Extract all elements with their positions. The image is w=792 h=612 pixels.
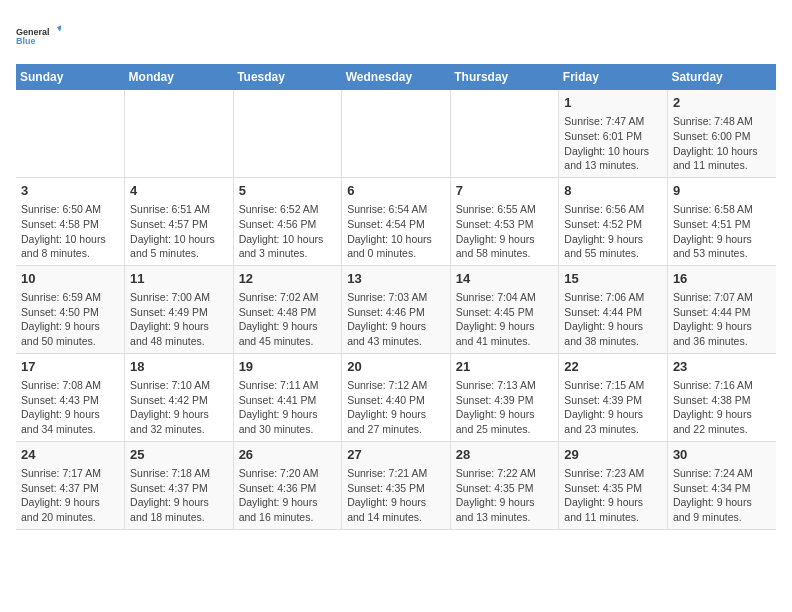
day-number: 12 xyxy=(239,270,337,288)
day-info: Sunrise: 7:16 AMSunset: 4:38 PMDaylight:… xyxy=(673,378,771,437)
day-info: Sunrise: 6:59 AMSunset: 4:50 PMDaylight:… xyxy=(21,290,119,349)
day-info: Sunrise: 6:55 AMSunset: 4:53 PMDaylight:… xyxy=(456,202,554,261)
day-number: 28 xyxy=(456,446,554,464)
calendar-cell: 6Sunrise: 6:54 AMSunset: 4:54 PMDaylight… xyxy=(342,177,451,265)
calendar-cell: 27Sunrise: 7:21 AMSunset: 4:35 PMDayligh… xyxy=(342,441,451,529)
day-number: 24 xyxy=(21,446,119,464)
day-number: 13 xyxy=(347,270,445,288)
calendar-cell xyxy=(450,90,559,177)
calendar-cell xyxy=(233,90,342,177)
day-info: Sunrise: 6:51 AMSunset: 4:57 PMDaylight:… xyxy=(130,202,228,261)
day-info: Sunrise: 7:22 AMSunset: 4:35 PMDaylight:… xyxy=(456,466,554,525)
calendar-cell: 18Sunrise: 7:10 AMSunset: 4:42 PMDayligh… xyxy=(125,353,234,441)
calendar-cell: 16Sunrise: 7:07 AMSunset: 4:44 PMDayligh… xyxy=(667,265,776,353)
day-number: 20 xyxy=(347,358,445,376)
calendar-cell: 2Sunrise: 7:48 AMSunset: 6:00 PMDaylight… xyxy=(667,90,776,177)
day-info: Sunrise: 7:21 AMSunset: 4:35 PMDaylight:… xyxy=(347,466,445,525)
calendar-week-row: 17Sunrise: 7:08 AMSunset: 4:43 PMDayligh… xyxy=(16,353,776,441)
column-header-monday: Monday xyxy=(125,64,234,90)
day-info: Sunrise: 7:07 AMSunset: 4:44 PMDaylight:… xyxy=(673,290,771,349)
day-info: Sunrise: 7:15 AMSunset: 4:39 PMDaylight:… xyxy=(564,378,662,437)
day-info: Sunrise: 6:56 AMSunset: 4:52 PMDaylight:… xyxy=(564,202,662,261)
svg-text:Blue: Blue xyxy=(16,36,36,46)
column-header-tuesday: Tuesday xyxy=(233,64,342,90)
calendar-cell: 26Sunrise: 7:20 AMSunset: 4:36 PMDayligh… xyxy=(233,441,342,529)
calendar-cell: 9Sunrise: 6:58 AMSunset: 4:51 PMDaylight… xyxy=(667,177,776,265)
calendar-header-row: SundayMondayTuesdayWednesdayThursdayFrid… xyxy=(16,64,776,90)
day-number: 27 xyxy=(347,446,445,464)
day-number: 16 xyxy=(673,270,771,288)
calendar-cell: 12Sunrise: 7:02 AMSunset: 4:48 PMDayligh… xyxy=(233,265,342,353)
day-number: 23 xyxy=(673,358,771,376)
day-number: 25 xyxy=(130,446,228,464)
column-header-friday: Friday xyxy=(559,64,668,90)
day-info: Sunrise: 7:18 AMSunset: 4:37 PMDaylight:… xyxy=(130,466,228,525)
calendar-week-row: 24Sunrise: 7:17 AMSunset: 4:37 PMDayligh… xyxy=(16,441,776,529)
day-number: 30 xyxy=(673,446,771,464)
day-number: 15 xyxy=(564,270,662,288)
day-number: 9 xyxy=(673,182,771,200)
day-number: 2 xyxy=(673,94,771,112)
calendar-cell: 13Sunrise: 7:03 AMSunset: 4:46 PMDayligh… xyxy=(342,265,451,353)
calendar-cell: 14Sunrise: 7:04 AMSunset: 4:45 PMDayligh… xyxy=(450,265,559,353)
day-info: Sunrise: 7:00 AMSunset: 4:49 PMDaylight:… xyxy=(130,290,228,349)
day-info: Sunrise: 7:10 AMSunset: 4:42 PMDaylight:… xyxy=(130,378,228,437)
page-header: General Blue xyxy=(16,16,776,56)
calendar-cell: 4Sunrise: 6:51 AMSunset: 4:57 PMDaylight… xyxy=(125,177,234,265)
day-info: Sunrise: 6:50 AMSunset: 4:58 PMDaylight:… xyxy=(21,202,119,261)
column-header-sunday: Sunday xyxy=(16,64,125,90)
day-info: Sunrise: 7:17 AMSunset: 4:37 PMDaylight:… xyxy=(21,466,119,525)
day-info: Sunrise: 7:20 AMSunset: 4:36 PMDaylight:… xyxy=(239,466,337,525)
day-info: Sunrise: 7:23 AMSunset: 4:35 PMDaylight:… xyxy=(564,466,662,525)
day-number: 1 xyxy=(564,94,662,112)
column-header-wednesday: Wednesday xyxy=(342,64,451,90)
calendar-cell: 30Sunrise: 7:24 AMSunset: 4:34 PMDayligh… xyxy=(667,441,776,529)
day-info: Sunrise: 7:06 AMSunset: 4:44 PMDaylight:… xyxy=(564,290,662,349)
day-number: 26 xyxy=(239,446,337,464)
svg-marker-2 xyxy=(57,25,61,32)
day-number: 7 xyxy=(456,182,554,200)
day-number: 4 xyxy=(130,182,228,200)
calendar-cell: 7Sunrise: 6:55 AMSunset: 4:53 PMDaylight… xyxy=(450,177,559,265)
calendar-cell: 10Sunrise: 6:59 AMSunset: 4:50 PMDayligh… xyxy=(16,265,125,353)
day-info: Sunrise: 6:54 AMSunset: 4:54 PMDaylight:… xyxy=(347,202,445,261)
day-info: Sunrise: 7:13 AMSunset: 4:39 PMDaylight:… xyxy=(456,378,554,437)
calendar-cell: 21Sunrise: 7:13 AMSunset: 4:39 PMDayligh… xyxy=(450,353,559,441)
logo-svg: General Blue xyxy=(16,16,61,56)
column-header-thursday: Thursday xyxy=(450,64,559,90)
svg-text:General: General xyxy=(16,27,50,37)
calendar-cell: 29Sunrise: 7:23 AMSunset: 4:35 PMDayligh… xyxy=(559,441,668,529)
calendar-cell: 8Sunrise: 6:56 AMSunset: 4:52 PMDaylight… xyxy=(559,177,668,265)
day-number: 19 xyxy=(239,358,337,376)
day-number: 17 xyxy=(21,358,119,376)
calendar-cell: 11Sunrise: 7:00 AMSunset: 4:49 PMDayligh… xyxy=(125,265,234,353)
logo: General Blue xyxy=(16,16,61,56)
day-info: Sunrise: 7:02 AMSunset: 4:48 PMDaylight:… xyxy=(239,290,337,349)
day-info: Sunrise: 6:52 AMSunset: 4:56 PMDaylight:… xyxy=(239,202,337,261)
day-number: 22 xyxy=(564,358,662,376)
day-number: 14 xyxy=(456,270,554,288)
day-number: 8 xyxy=(564,182,662,200)
calendar-table: SundayMondayTuesdayWednesdayThursdayFrid… xyxy=(16,64,776,530)
day-number: 3 xyxy=(21,182,119,200)
calendar-cell: 25Sunrise: 7:18 AMSunset: 4:37 PMDayligh… xyxy=(125,441,234,529)
calendar-cell: 3Sunrise: 6:50 AMSunset: 4:58 PMDaylight… xyxy=(16,177,125,265)
day-number: 21 xyxy=(456,358,554,376)
calendar-cell: 20Sunrise: 7:12 AMSunset: 4:40 PMDayligh… xyxy=(342,353,451,441)
calendar-cell: 17Sunrise: 7:08 AMSunset: 4:43 PMDayligh… xyxy=(16,353,125,441)
day-number: 6 xyxy=(347,182,445,200)
day-number: 11 xyxy=(130,270,228,288)
calendar-cell: 1Sunrise: 7:47 AMSunset: 6:01 PMDaylight… xyxy=(559,90,668,177)
calendar-week-row: 1Sunrise: 7:47 AMSunset: 6:01 PMDaylight… xyxy=(16,90,776,177)
day-info: Sunrise: 7:47 AMSunset: 6:01 PMDaylight:… xyxy=(564,114,662,173)
calendar-cell: 24Sunrise: 7:17 AMSunset: 4:37 PMDayligh… xyxy=(16,441,125,529)
calendar-cell: 15Sunrise: 7:06 AMSunset: 4:44 PMDayligh… xyxy=(559,265,668,353)
day-number: 5 xyxy=(239,182,337,200)
calendar-cell xyxy=(16,90,125,177)
calendar-body: 1Sunrise: 7:47 AMSunset: 6:01 PMDaylight… xyxy=(16,90,776,529)
day-info: Sunrise: 7:11 AMSunset: 4:41 PMDaylight:… xyxy=(239,378,337,437)
column-header-saturday: Saturday xyxy=(667,64,776,90)
calendar-cell: 23Sunrise: 7:16 AMSunset: 4:38 PMDayligh… xyxy=(667,353,776,441)
day-number: 18 xyxy=(130,358,228,376)
calendar-cell xyxy=(125,90,234,177)
